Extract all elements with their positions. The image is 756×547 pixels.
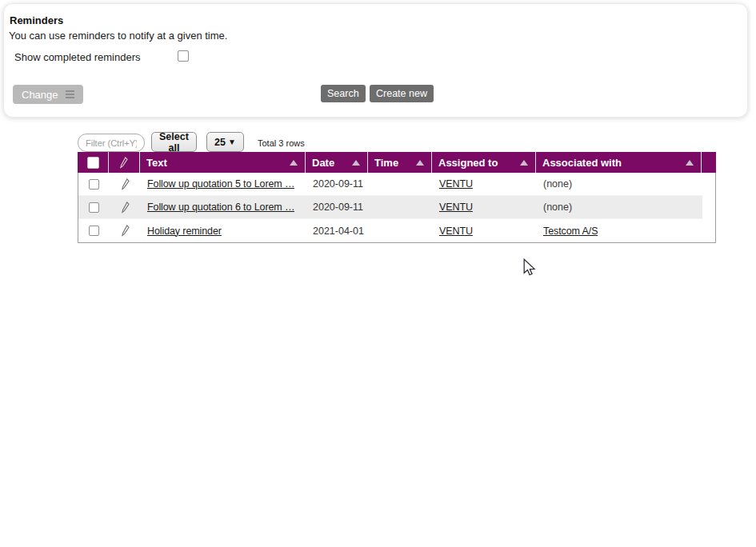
sort-ascending-icon [520, 160, 528, 166]
column-header-associated-with[interactable]: Associated with [536, 152, 702, 173]
page-size-value: 25 [214, 137, 226, 148]
sort-ascending-icon [290, 160, 298, 166]
row-checkbox[interactable] [89, 202, 99, 213]
sort-ascending-icon [686, 160, 694, 166]
page-size-dropdown[interactable]: 25 ▼ [206, 132, 244, 152]
mouse-cursor [522, 258, 536, 277]
edit-pencil-icon [120, 157, 128, 169]
scrollbar-spacer [702, 152, 716, 173]
show-completed-label: Show completed reminders [14, 51, 141, 63]
column-header-time[interactable]: Time [368, 152, 432, 173]
total-rows-label: Total 3 rows [258, 138, 305, 148]
assigned-to-link[interactable]: VENTU [439, 178, 473, 190]
reminder-text-link[interactable]: Holiday reminder [147, 226, 222, 237]
hamburger-menu-icon [66, 90, 74, 98]
select-all-checkbox[interactable] [87, 157, 99, 169]
column-header-date[interactable]: Date [306, 152, 368, 173]
assigned-to-link[interactable]: VENTU [439, 202, 473, 213]
sort-ascending-icon [416, 160, 424, 166]
reminder-date: 2021-04-01 [313, 226, 364, 237]
edit-pencil-icon[interactable] [122, 202, 130, 214]
edit-pencil-icon[interactable] [122, 225, 130, 237]
header-edit-cell [109, 152, 140, 173]
table-body: Follow up quotation 5 to Lorem … 2020-09… [78, 173, 716, 243]
column-header-text[interactable]: Text [140, 152, 306, 173]
column-header-assigned-to[interactable]: Assigned to [432, 152, 536, 173]
show-completed-checkbox[interactable] [178, 50, 189, 62]
change-button-label: Change [22, 89, 58, 101]
table-header: Text Date Time Assigned to Associated wi… [78, 152, 716, 173]
select-all-button[interactable]: Select all [151, 132, 197, 152]
create-new-button[interactable]: Create new [370, 85, 434, 102]
change-button[interactable]: Change [13, 85, 83, 104]
sort-ascending-icon [352, 160, 360, 166]
page-title: Reminders [10, 14, 63, 26]
assigned-to-link[interactable]: VENTU [439, 226, 473, 237]
edit-pencil-icon[interactable] [122, 178, 130, 190]
page-subtitle: You can use reminders to notify at a giv… [9, 30, 227, 42]
search-button[interactable]: Search [321, 85, 366, 102]
table-row: Follow up quotation 6 to Lorem … 2020-09… [78, 196, 702, 219]
dropdown-arrow-icon: ▼ [228, 138, 236, 146]
associated-with-value: (none) [543, 178, 572, 190]
reminder-text-link[interactable]: Follow up quotation 5 to Lorem … [147, 178, 294, 190]
table-row: Follow up quotation 5 to Lorem … 2020-09… [78, 173, 702, 196]
row-checkbox[interactable] [89, 179, 99, 190]
table-row: Holiday reminder 2021-04-01 VENTU Testco… [78, 219, 702, 242]
reminders-page: Reminders You can use reminders to notif… [0, 0, 756, 547]
filter-input[interactable] [78, 134, 145, 152]
reminder-text-link[interactable]: Follow up quotation 6 to Lorem … [147, 202, 294, 213]
header-checkbox-cell [78, 152, 109, 173]
reminder-date: 2020-09-11 [313, 202, 363, 213]
associated-with-value: (none) [543, 202, 572, 213]
reminder-date: 2020-09-11 [313, 178, 363, 190]
reminders-panel: Reminders You can use reminders to notif… [3, 3, 748, 118]
associated-with-link[interactable]: Testcom A/S [543, 226, 598, 237]
row-checkbox[interactable] [89, 226, 99, 236]
